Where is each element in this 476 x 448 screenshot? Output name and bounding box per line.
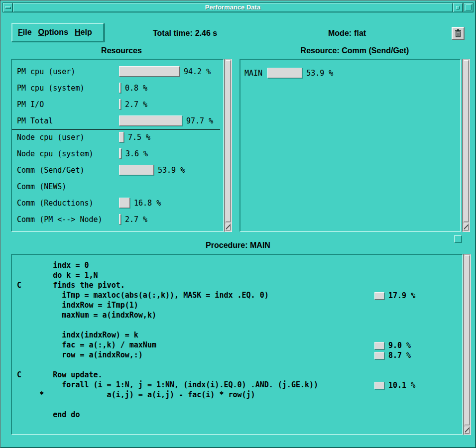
window-title: Performance Data	[13, 2, 453, 12]
procedure-title: Procedure: MAIN	[3, 241, 473, 250]
resource-row[interactable]: Comm (Send/Get)53.9 %	[12, 162, 223, 178]
usage-bar	[119, 148, 121, 159]
window-menu-icon	[5, 6, 11, 9]
scrollbar-grip[interactable]	[226, 224, 231, 230]
usage-percent: 53.9 %	[158, 166, 185, 175]
usage-percent: 3.6 %	[125, 149, 148, 158]
resource-row[interactable]: Comm (Reductions)16.8 %	[12, 195, 223, 211]
code-line[interactable]: indx = 0	[17, 261, 462, 271]
scrollbar-grip[interactable]	[464, 224, 469, 230]
code-line[interactable]: indxRow = iTmp(1)	[17, 301, 462, 311]
line-usage: 17.9 %	[374, 291, 415, 300]
resource-title: Resource: Comm (Send/Get)	[239, 46, 470, 55]
code-text: indx(indxRow) = k	[17, 331, 138, 339]
usage-bar	[374, 292, 384, 300]
code-text: forall (i = 1:N, j = 1:NN, (indx(i).EQ.0…	[17, 380, 318, 389]
minimize-button[interactable]	[453, 2, 463, 12]
maximize-icon	[466, 4, 472, 10]
resource-label: Node cpu (user)	[17, 133, 119, 142]
usage-bar	[374, 342, 384, 349]
procedure-panel: indx = 0 do k = 1,NC finds the pivot. iT…	[11, 254, 463, 435]
code-line[interactable]: row = a(indxRow,:)8.7 %	[17, 350, 462, 360]
code-line[interactable]: forall (i = 1:N, j = 1:NN, (indx(i).EQ.0…	[17, 380, 462, 390]
code-text: indx = 0	[17, 261, 89, 270]
resources-list: PM cpu (user)94.2 %PM cpu (system)0.8 %P…	[12, 60, 223, 227]
total-time-label: Total time:	[153, 29, 193, 37]
scrollbar-thumb[interactable]	[465, 255, 470, 425]
resource-label: PM cpu (user)	[17, 67, 119, 76]
procedure-list: MAIN53.9 %	[240, 65, 460, 81]
total-time: Total time:2.46 s	[153, 29, 220, 38]
usage-bar	[119, 99, 121, 110]
code-line[interactable]	[17, 400, 462, 410]
resources-scrollbar[interactable]	[224, 59, 232, 232]
code-line[interactable]: iTmp = maxloc(abs(a(:,k)), MASK = indx .…	[17, 291, 462, 301]
resources-panel: PM cpu (user)94.2 %PM cpu (system)0.8 %P…	[11, 59, 224, 232]
procedure-row[interactable]: MAIN53.9 %	[240, 65, 460, 81]
resource-panel: MAIN53.9 %	[239, 59, 461, 232]
code-line[interactable]: do k = 1,N	[17, 271, 462, 281]
line-usage: 10.1 %	[374, 381, 415, 390]
usage-bar	[119, 66, 180, 77]
resource-label: Comm (NEWS)	[17, 182, 119, 191]
resource-row[interactable]: Node cpu (system)3.6 %	[12, 145, 223, 162]
code-line[interactable]: C Row update.	[17, 370, 462, 380]
menubar: FileOptionsHelp	[11, 23, 104, 42]
code-text: iTmp = maxloc(abs(a(:,k)), MASK = indx .…	[17, 291, 269, 300]
usage-bar	[119, 214, 121, 224]
resource-label: PM cpu (system)	[17, 84, 119, 93]
code-text	[17, 400, 21, 409]
code-text: end do	[17, 410, 80, 419]
resource-label: Comm (Send/Get)	[17, 166, 119, 175]
usage-bar	[119, 115, 182, 126]
usage-percent: 17.9 %	[388, 291, 415, 300]
usage-bar	[119, 132, 124, 142]
resource-row[interactable]: PM I/O2.7 %	[12, 96, 223, 112]
resource-label: Comm (Reductions)	[17, 199, 119, 208]
menu-file[interactable]: File	[18, 28, 32, 37]
usage-bar	[119, 198, 130, 208]
line-usage: 9.0 %	[374, 341, 411, 350]
trash-button[interactable]	[452, 27, 465, 40]
trash-icon	[455, 29, 462, 37]
window-menu-button[interactable]	[2, 2, 13, 12]
usage-bar	[119, 165, 154, 175]
resource-scrollbar[interactable]	[462, 59, 470, 232]
code-line[interactable]	[17, 321, 462, 331]
resource-row[interactable]: Node cpu (user)7.5 %	[12, 129, 223, 145]
scrollbar-thumb[interactable]	[464, 60, 469, 222]
usage-bar	[374, 352, 384, 359]
performance-data-window: Performance Data FileOptionsHelp Total t…	[0, 0, 476, 448]
code-line[interactable]: maxNum = a(indxRow,k)	[17, 311, 462, 321]
menu-help[interactable]: Help	[75, 28, 92, 37]
resource-row[interactable]: Comm (PM <--> Node)2.7 %	[12, 211, 223, 227]
minimize-icon	[456, 6, 460, 9]
menu-options[interactable]: Options	[38, 28, 68, 37]
code-line[interactable]: indx(indxRow) = k	[17, 331, 462, 340]
usage-percent: 97.7 %	[186, 116, 213, 125]
code-text: indxRow = iTmp(1)	[17, 301, 138, 310]
mode-label: Mode:	[328, 29, 352, 37]
usage-percent: 0.8 %	[125, 84, 147, 93]
code-line[interactable]: end do	[17, 410, 462, 420]
resource-row[interactable]: PM cpu (system)0.8 %	[12, 80, 223, 96]
usage-percent: 10.1 %	[388, 381, 415, 390]
code-line[interactable]: C finds the pivot.	[17, 281, 462, 291]
maximize-button[interactable]	[463, 2, 474, 12]
resource-label: PM Total	[17, 116, 119, 125]
resource-row[interactable]: PM cpu (user)94.2 %	[12, 63, 223, 80]
procedure-scrollbar[interactable]	[463, 254, 471, 435]
code-line[interactable]	[17, 360, 462, 370]
resource-row[interactable]: PM Total97.7 %	[12, 112, 223, 129]
code-text: row = a(indxRow,:)	[17, 350, 143, 359]
code-text: fac = a(:,k) / maxNum	[17, 340, 156, 349]
code-text	[17, 321, 21, 330]
usage-bar	[267, 68, 302, 78]
scrollbar-grip[interactable]	[465, 427, 470, 434]
scrollbar-thumb[interactable]	[226, 60, 231, 222]
procedure-label: MAIN	[244, 69, 262, 78]
code-text: C finds the pivot.	[17, 281, 125, 290]
code-line[interactable]: fac = a(:,k) / maxNum9.0 %	[17, 340, 462, 350]
code-line[interactable]: * a(i,j) = a(i,j) - fac(i) * row(j)	[17, 390, 462, 400]
resource-row[interactable]: Comm (NEWS)	[12, 178, 223, 195]
